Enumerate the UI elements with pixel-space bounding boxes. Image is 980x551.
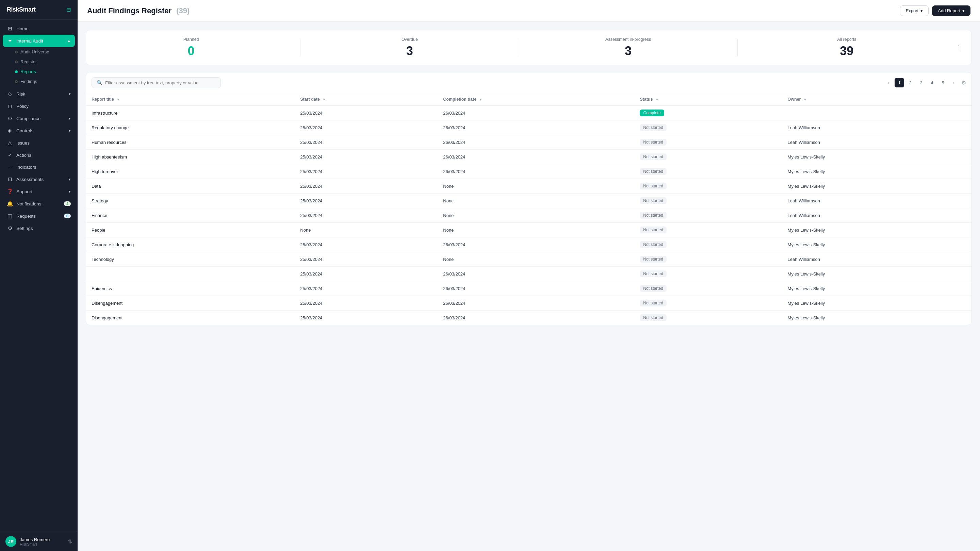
sidebar-item-controls[interactable]: ◈ Controls ▾ (0, 124, 78, 137)
cell-start-date: 25/03/2024 (295, 237, 438, 252)
sidebar-item-actions[interactable]: ✓ Actions (0, 149, 78, 161)
sidebar-item-register[interactable]: Register (0, 57, 78, 67)
sidebar-item-issues[interactable]: △ Issues (0, 137, 78, 149)
col-status[interactable]: Status ▼ (634, 93, 782, 106)
avatar: JR (5, 536, 16, 547)
header-actions: Export ▾ Add Report ▾ (900, 5, 970, 16)
cell-report-title: Epidemics (86, 281, 295, 296)
page-1-button[interactable]: 1 (894, 78, 904, 87)
cell-report-title: Disengagement (86, 296, 295, 311)
cell-status: Not started (634, 135, 782, 150)
search-input[interactable] (105, 80, 216, 86)
user-name: James Romero (20, 537, 64, 542)
table-row[interactable]: Infrastructure 25/03/2024 26/03/2024 Com… (86, 106, 972, 121)
user-org: RiskSmart (20, 542, 64, 546)
sidebar-item-support[interactable]: ❓ Support ▾ (0, 185, 78, 198)
user-profile[interactable]: JR James Romero RiskSmart ⇅ (0, 532, 78, 551)
status-badge: Not started (640, 241, 667, 248)
sidebar-item-compliance[interactable]: ⊙ Compliance ▾ (0, 112, 78, 124)
cell-report-title: Regulatory change (86, 121, 295, 135)
cell-completion-date: 26/03/2024 (438, 164, 634, 179)
sort-arrow-icon: ▼ (479, 98, 482, 102)
cell-owner: Myles Lewis-Skelly (782, 267, 972, 281)
table-row[interactable]: Regulatory change 25/03/2024 26/03/2024 … (86, 121, 972, 135)
col-report-title[interactable]: Report title ▼ (86, 93, 295, 106)
col-start-date[interactable]: Start date ▼ (295, 93, 438, 106)
table-row[interactable]: Data 25/03/2024 None Not started Myles L… (86, 179, 972, 194)
sidebar-item-requests[interactable]: ◫ Requests 6 (0, 210, 78, 222)
next-page-button[interactable]: › (949, 78, 959, 87)
table-row[interactable]: High absenteeism 25/03/2024 26/03/2024 N… (86, 150, 972, 164)
cell-start-date: 25/03/2024 (295, 121, 438, 135)
prev-page-button[interactable]: ‹ (884, 78, 893, 87)
sidebar-item-settings[interactable]: ⚙ Settings (0, 222, 78, 234)
cell-status: Not started (634, 121, 782, 135)
stat-overdue: Overdue 3 (314, 37, 505, 58)
status-badge: Not started (640, 183, 667, 189)
cell-completion-date: None (438, 194, 634, 208)
sidebar-item-internal-audit[interactable]: ✦ Internal Audit ▲ (3, 35, 75, 47)
status-badge: Not started (640, 168, 667, 175)
col-owner[interactable]: Owner ▼ (782, 93, 972, 106)
table-settings-icon[interactable]: ⚙ (961, 79, 966, 86)
search-box[interactable]: 🔍 (92, 77, 221, 88)
cell-start-date: 25/03/2024 (295, 281, 438, 296)
cell-completion-date: None (438, 252, 634, 267)
table-row[interactable]: Technology 25/03/2024 None Not started L… (86, 252, 972, 267)
sidebar-item-assessments[interactable]: ⊡ Assessments ▾ (0, 173, 78, 185)
dropdown-arrow-icon: ▾ (962, 8, 965, 13)
internal-audit-icon: ✦ (7, 38, 13, 44)
table-header-row: Report title ▼ Start date ▼ Completion d… (86, 93, 972, 106)
user-menu-icon[interactable]: ⇅ (68, 538, 72, 545)
sidebar-item-home[interactable]: ⊞ Home (0, 22, 78, 35)
main-nav: ⊞ Home ✦ Internal Audit ▲ Audit Universe… (0, 20, 78, 237)
table-row[interactable]: Corporate kidnapping 25/03/2024 26/03/20… (86, 237, 972, 252)
table-row[interactable]: Finance 25/03/2024 None Not started Leah… (86, 208, 972, 223)
sidebar-item-risk[interactable]: ◇ Risk ▾ (0, 88, 78, 100)
sidebar-item-indicators[interactable]: ⟋ Indicators (0, 161, 78, 173)
sidebar-item-audit-universe[interactable]: Audit Universe (0, 47, 78, 57)
table-row[interactable]: Human resources 25/03/2024 26/03/2024 No… (86, 135, 972, 150)
status-badge: Not started (640, 212, 667, 219)
settings-icon: ⚙ (7, 225, 13, 231)
cell-owner: Myles Lewis-Skelly (782, 164, 972, 179)
page-4-button[interactable]: 4 (927, 78, 937, 87)
table-row[interactable]: High turnover 25/03/2024 26/03/2024 Not … (86, 164, 972, 179)
requests-icon: ◫ (7, 213, 13, 219)
sidebar-toggle-icon[interactable]: ⊟ (66, 6, 71, 13)
table-row[interactable]: Strategy 25/03/2024 None Not started Lea… (86, 194, 972, 208)
page-2-button[interactable]: 2 (905, 78, 915, 87)
cell-start-date: 25/03/2024 (295, 106, 438, 121)
sidebar-item-findings[interactable]: Findings (0, 76, 78, 86)
cell-owner: Myles Lewis-Skelly (782, 237, 972, 252)
chevron-down-icon: ▾ (69, 92, 71, 96)
sidebar-item-policy[interactable]: ◻ Policy (0, 100, 78, 112)
export-button[interactable]: Export ▾ (900, 5, 929, 16)
page-5-button[interactable]: 5 (938, 78, 948, 87)
table-row[interactable]: People None None Not started Myles Lewis… (86, 223, 972, 237)
sidebar-item-reports[interactable]: Reports (0, 67, 78, 76)
status-badge: Not started (640, 227, 667, 233)
table-row[interactable]: Disengagement 25/03/2024 26/03/2024 Not … (86, 296, 972, 311)
sidebar-item-notifications[interactable]: 🔔 Notifications 4 (0, 198, 78, 210)
cell-status: Not started (634, 281, 782, 296)
cell-report-title: Finance (86, 208, 295, 223)
cell-owner: Myles Lewis-Skelly (782, 296, 972, 311)
page-3-button[interactable]: 3 (916, 78, 926, 87)
cell-start-date: 25/03/2024 (295, 179, 438, 194)
add-report-button[interactable]: Add Report ▾ (932, 5, 970, 16)
cell-report-title (86, 267, 295, 281)
cell-status: Not started (634, 179, 782, 194)
sort-arrow-icon: ▼ (803, 98, 807, 102)
table-row[interactable]: Epidemics 25/03/2024 26/03/2024 Not star… (86, 281, 972, 296)
cell-completion-date: None (438, 208, 634, 223)
stats-more-icon[interactable]: ⋮ (956, 44, 962, 51)
cell-completion-date: 26/03/2024 (438, 237, 634, 252)
cell-completion-date: 26/03/2024 (438, 311, 634, 325)
col-completion-date[interactable]: Completion date ▼ (438, 93, 634, 106)
chevron-up-icon: ▲ (67, 39, 71, 43)
table-row[interactable]: Disengagement 25/03/2024 26/03/2024 Not … (86, 311, 972, 325)
findings-table: Report title ▼ Start date ▼ Completion d… (86, 93, 972, 325)
cell-report-title: Corporate kidnapping (86, 237, 295, 252)
table-row[interactable]: 25/03/2024 26/03/2024 Not started Myles … (86, 267, 972, 281)
